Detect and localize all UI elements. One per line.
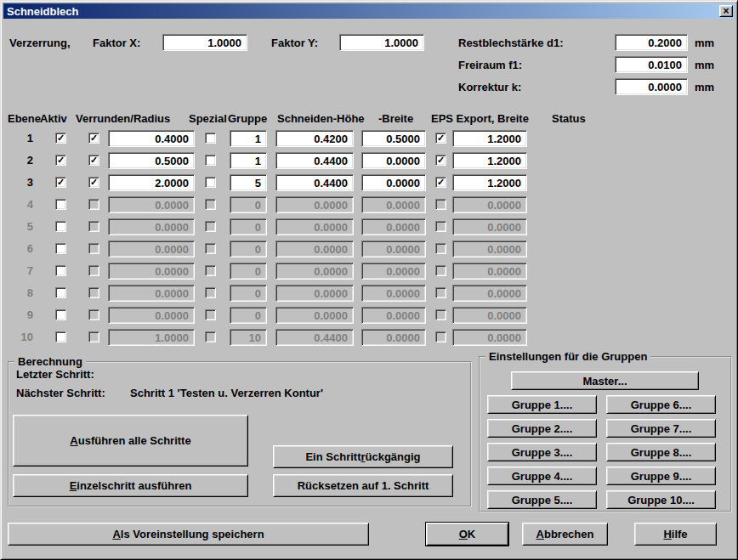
gruppe-5-button[interactable]: Gruppe 5.... — [487, 490, 597, 509]
verrunden-checkbox — [88, 309, 99, 320]
radius-field[interactable] — [108, 174, 195, 191]
faktor-x-input[interactable] — [162, 34, 247, 51]
verrunden-checkbox[interactable]: ✓ — [88, 177, 99, 188]
radius-field[interactable] — [108, 152, 195, 169]
ebene-label: 3 — [8, 176, 33, 189]
column-header-spezial: Spezial — [189, 112, 227, 125]
aktiv-checkbox[interactable]: ✓ — [55, 133, 66, 144]
help-button[interactable]: Hilfe — [634, 523, 717, 546]
aktiv-checkbox[interactable] — [55, 199, 66, 210]
faktor-y-label: Faktor Y: — [271, 37, 318, 49]
single-step-button[interactable]: Einzelschritt ausführen — [13, 474, 248, 497]
spezial-checkbox — [205, 331, 216, 342]
gruppe-field — [230, 307, 267, 324]
master-button[interactable]: Master... — [511, 371, 699, 390]
aktiv-checkbox[interactable] — [55, 287, 66, 298]
breite-field[interactable] — [361, 152, 426, 169]
freiraum-input[interactable] — [615, 56, 688, 73]
verrunden-checkbox[interactable]: ✓ — [88, 133, 99, 144]
aktiv-checkbox[interactable]: ✓ — [55, 155, 66, 166]
hoehe-field — [275, 218, 354, 235]
undo-step-button[interactable]: Ein Schritt rückgängig — [273, 445, 453, 468]
run-all-steps-button[interactable]: Ausführen alle Schritte — [13, 415, 248, 467]
close-button[interactable]: × — [719, 5, 733, 17]
table-row: 1✓✓✓ — [1, 127, 738, 150]
radius-field — [108, 307, 195, 324]
gruppe-field[interactable] — [230, 174, 267, 191]
eps-breite-field[interactable] — [452, 130, 527, 147]
aktiv-checkbox[interactable]: ✓ — [55, 177, 66, 188]
spezial-checkbox — [205, 243, 216, 254]
ebene-label: 7 — [8, 264, 33, 277]
gruppe-10-button[interactable]: Gruppe 10.... — [606, 490, 716, 509]
restblechstaerke-label: Restblechstärke d1: — [458, 37, 564, 49]
breite-field — [361, 240, 426, 257]
hoehe-field — [275, 329, 354, 346]
table-row: 2✓✓✓ — [1, 150, 738, 172]
eps-checkbox — [435, 243, 446, 254]
eps-checkbox[interactable]: ✓ — [435, 177, 446, 188]
gruppe-2-button[interactable]: Gruppe 2.... — [487, 419, 597, 438]
breite-field[interactable] — [361, 174, 426, 191]
ebene-label: 9 — [8, 308, 33, 321]
spezial-checkbox[interactable] — [205, 133, 216, 144]
gruppe-field[interactable] — [230, 152, 267, 169]
eps-checkbox[interactable]: ✓ — [435, 155, 446, 166]
column-header-verrunden-radius: Verrunden/Radius — [76, 112, 170, 125]
aktiv-checkbox[interactable] — [55, 309, 66, 320]
ok-button[interactable]: OK — [426, 523, 508, 546]
eps-breite-field — [452, 307, 527, 324]
breite-field — [361, 329, 426, 346]
table-row: 8 — [1, 282, 738, 304]
breite-field[interactable] — [361, 130, 426, 147]
table-row: 5 — [1, 216, 738, 238]
table-row: 4 — [1, 194, 738, 216]
berechnung-legend: Berechnung — [14, 355, 86, 368]
gruppe-6-button[interactable]: Gruppe 6.... — [606, 395, 716, 414]
gruppe-field — [230, 196, 267, 213]
eps-breite-field[interactable] — [452, 152, 527, 169]
radius-field[interactable] — [108, 130, 195, 147]
restblechstaerke-input[interactable] — [615, 34, 688, 51]
gruppe-field[interactable] — [230, 130, 267, 147]
gruppe-3-button[interactable]: Gruppe 3.... — [487, 443, 597, 461]
reset-to-first-step-button[interactable]: Rücksetzen auf 1. Schritt — [273, 474, 453, 497]
save-preset-button[interactable]: Als Voreinstellung speichern — [8, 523, 369, 546]
hoehe-field — [275, 307, 354, 324]
hoehe-field[interactable] — [275, 130, 354, 147]
aktiv-checkbox[interactable] — [55, 243, 66, 254]
unit-label: mm — [695, 37, 714, 49]
aktiv-checkbox[interactable] — [55, 221, 66, 232]
verrunden-checkbox — [88, 243, 99, 254]
eps-breite-field — [452, 263, 527, 280]
spezial-checkbox — [205, 199, 216, 210]
column-header-gruppe: Gruppe — [228, 112, 267, 125]
gruppe-7-button[interactable]: Gruppe 7.... — [606, 419, 716, 438]
gruppe-1-button[interactable]: Gruppe 1.... — [487, 395, 597, 414]
spezial-checkbox[interactable] — [205, 155, 216, 166]
gruppe-4-button[interactable]: Gruppe 4.... — [487, 467, 597, 485]
spezial-checkbox — [205, 309, 216, 320]
faktor-y-input[interactable] — [339, 34, 424, 51]
eps-checkbox — [435, 331, 446, 342]
unit-label: mm — [695, 59, 714, 71]
korrektur-input[interactable] — [615, 78, 688, 95]
verrunden-checkbox[interactable]: ✓ — [88, 155, 99, 166]
aktiv-checkbox[interactable] — [55, 265, 66, 276]
eps-breite-field[interactable] — [452, 174, 527, 191]
spezial-checkbox[interactable] — [205, 177, 216, 188]
column-header-aktiv: Aktiv — [40, 112, 67, 125]
column-header-schneiden-hoehe: Schneiden-Höhe — [277, 112, 365, 125]
faktor-x-label: Faktor X: — [93, 37, 140, 49]
eps-checkbox[interactable]: ✓ — [435, 133, 446, 144]
cancel-button[interactable]: Abbrechen — [522, 523, 608, 546]
aktiv-checkbox[interactable] — [55, 331, 66, 342]
column-header-eps-export-breite: EPS Export, Breite — [431, 112, 529, 125]
table-row: 9 — [1, 304, 738, 326]
eps-breite-field — [452, 329, 527, 346]
hoehe-field — [275, 263, 354, 280]
gruppe-9-button[interactable]: Gruppe 9.... — [606, 467, 716, 485]
hoehe-field[interactable] — [275, 152, 354, 169]
gruppe-8-button[interactable]: Gruppe 8.... — [606, 443, 716, 461]
hoehe-field[interactable] — [275, 174, 354, 191]
